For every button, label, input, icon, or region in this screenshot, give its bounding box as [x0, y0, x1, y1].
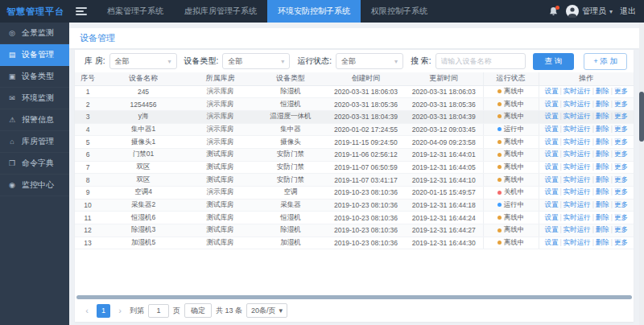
op-link-1[interactable]: 实时运行 — [564, 175, 591, 183]
run-status-select[interactable]: 全部 ▾ — [336, 53, 403, 69]
cell-name: 空调4 — [101, 187, 186, 200]
op-separator: | — [559, 175, 561, 183]
sidebar-item-0[interactable]: ◎全景监测 — [0, 23, 69, 44]
op-link-2[interactable]: 删除 — [596, 125, 609, 133]
op-link-0[interactable]: 设置 — [544, 187, 558, 195]
warehouse-select[interactable]: 全部 ▾ — [109, 53, 177, 69]
device-type-select[interactable]: 全部 ▾ — [222, 53, 290, 69]
chevron-down-icon: ▾ — [281, 58, 284, 65]
notification-bell-icon[interactable] — [548, 6, 559, 17]
cell-operations: 设置|实时运行|删除|更多 — [539, 187, 634, 200]
op-link-0[interactable]: 设置 — [544, 200, 558, 208]
op-link-0[interactable]: 设置 — [544, 213, 558, 221]
sidebar-item-7[interactable]: ◉监控中心 — [0, 175, 69, 196]
op-link-2[interactable]: 删除 — [596, 150, 609, 158]
op-link-3[interactable]: 更多 — [614, 125, 628, 133]
op-link-2[interactable]: 删除 — [596, 87, 609, 95]
op-link-1[interactable]: 实时运行 — [564, 187, 591, 195]
op-link-1[interactable]: 实时运行 — [564, 112, 591, 120]
op-link-1[interactable]: 实时运行 — [564, 162, 591, 171]
nav-tab-2[interactable]: 环境安防控制子系统 — [267, 0, 361, 23]
op-link-3[interactable]: 更多 — [614, 187, 628, 195]
op-link-3[interactable]: 更多 — [614, 87, 628, 95]
next-page-icon[interactable]: › — [114, 304, 126, 317]
op-link-3[interactable]: 更多 — [614, 138, 628, 146]
type-select-value: 全部 — [228, 56, 242, 67]
op-link-0[interactable]: 设置 — [544, 100, 558, 108]
op-link-0[interactable]: 设置 — [544, 112, 558, 120]
menu-toggle-icon[interactable] — [76, 7, 87, 15]
op-link-3[interactable]: 更多 — [614, 225, 628, 233]
op-link-1[interactable]: 实时运行 — [564, 138, 591, 146]
op-link-3[interactable]: 更多 — [614, 162, 628, 171]
vertical-scrollbar-thumb[interactable] — [639, 92, 644, 142]
op-link-2[interactable]: 删除 — [596, 238, 609, 246]
status-dot-icon — [497, 153, 502, 157]
op-link-2[interactable]: 删除 — [596, 100, 609, 108]
cell-warehouse: 测试库房 — [186, 199, 254, 212]
nav-tab-3[interactable]: 权限控制子系统 — [361, 0, 438, 23]
op-link-2[interactable]: 删除 — [596, 162, 609, 171]
sidebar-item-2[interactable]: ▣设备类型 — [0, 66, 69, 88]
logout-link[interactable]: 退出 — [620, 6, 636, 17]
query-button[interactable]: 查 询 — [533, 53, 575, 70]
cell-no: 11 — [75, 212, 101, 224]
sidebar-item-6[interactable]: ❐命令字典 — [0, 153, 69, 175]
op-link-3[interactable]: 更多 — [614, 100, 628, 108]
search-input[interactable] — [436, 53, 526, 69]
op-link-3[interactable]: 更多 — [614, 112, 628, 120]
op-link-1[interactable]: 实时运行 — [564, 150, 591, 158]
add-button[interactable]: + 添 加 — [584, 53, 627, 70]
cell-updated: 2020-03-31 18:05:36 — [405, 98, 483, 111]
op-link-0[interactable]: 设置 — [544, 162, 558, 171]
op-link-1[interactable]: 实时运行 — [564, 125, 591, 133]
op-link-3[interactable]: 更多 — [614, 238, 628, 246]
cell-operations: 设置|实时运行|删除|更多 — [539, 237, 634, 249]
op-link-0[interactable]: 设置 — [544, 87, 558, 95]
op-link-1[interactable]: 实时运行 — [564, 213, 591, 221]
op-link-2[interactable]: 删除 — [596, 213, 609, 221]
status-text: 离线中 — [504, 150, 525, 158]
op-link-3[interactable]: 更多 — [614, 175, 628, 183]
op-link-1[interactable]: 实时运行 — [564, 225, 591, 233]
cell-no: 2 — [75, 98, 101, 111]
column-header: 运行状态 — [483, 72, 539, 85]
op-link-0[interactable]: 设置 — [544, 225, 558, 233]
op-link-0[interactable]: 设置 — [544, 138, 558, 146]
op-separator: | — [592, 150, 594, 158]
op-link-1[interactable]: 实时运行 — [564, 87, 591, 95]
page-size-select[interactable]: 20条/页 ▾ — [246, 303, 287, 318]
goto-page-input[interactable] — [148, 304, 169, 318]
op-link-3[interactable]: 更多 — [614, 200, 628, 208]
sidebar-item-4[interactable]: ⚠报警信息 — [0, 109, 69, 131]
horizontal-scrollbar[interactable] — [76, 295, 632, 299]
op-link-2[interactable]: 删除 — [596, 200, 609, 208]
cell-type: 采集器 — [254, 199, 327, 212]
user-menu[interactable]: 管理员 ▾ — [566, 5, 613, 18]
goto-confirm-button[interactable]: 确定 — [184, 303, 212, 318]
op-link-1[interactable]: 实时运行 — [564, 100, 591, 108]
op-link-1[interactable]: 实时运行 — [564, 200, 591, 208]
sidebar-item-3[interactable]: ✉环境监测 — [0, 88, 69, 109]
op-link-2[interactable]: 删除 — [596, 138, 609, 146]
cell-updated: 2020-03-31 18:04:39 — [405, 110, 483, 123]
op-link-0[interactable]: 设置 — [544, 175, 558, 183]
op-link-0[interactable]: 设置 — [544, 125, 558, 133]
op-link-0[interactable]: 设置 — [544, 238, 558, 246]
op-link-1[interactable]: 实时运行 — [564, 238, 591, 246]
nav-tab-0[interactable]: 档案管理子系统 — [97, 0, 174, 23]
op-link-3[interactable]: 更多 — [614, 213, 628, 221]
op-link-2[interactable]: 删除 — [596, 187, 609, 195]
op-link-2[interactable]: 删除 — [596, 112, 609, 120]
prev-page-icon[interactable]: ‹ — [81, 304, 93, 317]
cell-created: 2019-10-23 08:10:36 — [327, 237, 405, 249]
op-link-3[interactable]: 更多 — [614, 150, 628, 158]
warehouse-filter-label: 库 房: — [85, 56, 105, 67]
sidebar-item-1[interactable]: ▤设备管理 — [0, 44, 69, 66]
sidebar-item-5[interactable]: ⌂库房管理 — [0, 131, 69, 153]
op-link-2[interactable]: 删除 — [596, 175, 609, 183]
op-link-0[interactable]: 设置 — [544, 150, 558, 158]
nav-tab-1[interactable]: 虚拟库房管理子系统 — [174, 0, 267, 23]
op-link-2[interactable]: 删除 — [596, 225, 609, 233]
page-number-1[interactable]: 1 — [97, 304, 110, 318]
